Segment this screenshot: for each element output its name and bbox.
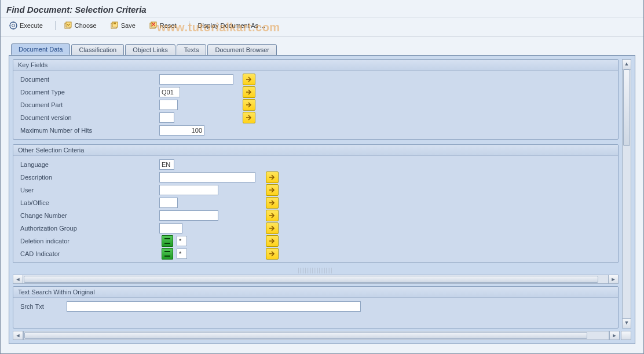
multi-select-button[interactable]	[266, 197, 279, 209]
deletion-input[interactable]	[177, 236, 187, 246]
multi-select-button[interactable]	[243, 74, 255, 85]
group-other-criteria: Other Selection Criteria Language Descri…	[13, 144, 619, 263]
max-hits-input[interactable]	[159, 125, 204, 136]
reset-label: Reset	[160, 22, 177, 29]
scroll-track[interactable]	[23, 331, 609, 340]
label-doc-part: Document Part	[13, 101, 159, 108]
content-area: Document Data Classification Object Link…	[9, 43, 635, 344]
display-as-label: Display Document As ...	[198, 22, 266, 29]
scroll-thumb[interactable]	[24, 332, 587, 339]
row-lab: Lab/Office	[13, 196, 618, 209]
lab-input[interactable]	[159, 198, 178, 208]
multi-select-button[interactable]	[266, 184, 279, 196]
multi-select-button[interactable]	[243, 86, 255, 98]
label-description: Description	[13, 174, 159, 181]
inner-hscrollbar[interactable]: ◄ ►	[13, 275, 619, 284]
outer-hscrollbar[interactable]: ◄ ►	[13, 331, 631, 340]
multi-select-button[interactable]	[266, 222, 279, 234]
resize-grip[interactable]	[298, 268, 333, 273]
execute-icon	[9, 21, 17, 30]
arrow-right-icon	[246, 76, 253, 82]
toolbar-separator	[189, 21, 189, 30]
group-body: Language Description	[13, 156, 618, 262]
multi-select-button[interactable]	[266, 235, 279, 247]
label-deletion: Deletion indicator	[13, 238, 159, 244]
doc-version-input[interactable]	[159, 112, 174, 123]
multi-select-button[interactable]	[243, 99, 255, 111]
group-header-text-search: Text Search Within Original	[13, 287, 618, 298]
svg-rect-6	[114, 23, 116, 24]
scroll-right-button[interactable]: ►	[608, 275, 619, 284]
multi-select-button[interactable]	[266, 171, 279, 183]
doc-type-input[interactable]	[159, 87, 180, 97]
label-doc-version: Document version	[13, 114, 159, 121]
toolbar-separator	[55, 21, 56, 30]
scroll-corner	[621, 331, 631, 340]
arrow-right-icon	[246, 115, 253, 121]
description-input[interactable]	[159, 172, 255, 183]
group-header-other: Other Selection Criteria	[13, 145, 618, 156]
srch-txt-input[interactable]	[67, 301, 361, 312]
document-input[interactable]	[159, 74, 233, 85]
execute-label: Execute	[20, 22, 43, 29]
scroll-up-button[interactable]: ▲	[623, 60, 631, 70]
label-change: Change Number	[13, 212, 159, 219]
multi-select-button[interactable]	[243, 112, 255, 123]
tab-document-browser[interactable]: Document Browser	[207, 44, 277, 55]
scroll-thumb[interactable]	[24, 276, 598, 283]
auth-input[interactable]	[159, 223, 182, 233]
tab-document-data[interactable]: Document Data	[11, 43, 70, 55]
group-text-search: Text Search Within Original Srch Txt	[13, 286, 619, 329]
language-input[interactable]	[159, 159, 174, 170]
label-max-hits: Maximum Number of Hits	[13, 127, 159, 134]
reset-icon	[149, 21, 158, 30]
tab-texts[interactable]: Texts	[177, 44, 207, 55]
app-frame: Find Document: Selection Criteria www.tu…	[0, 0, 644, 354]
scroll-left-button[interactable]: ◄	[13, 331, 23, 340]
label-auth: Authorization Group	[13, 225, 159, 232]
arrow-right-icon	[269, 213, 276, 218]
tab-strip: Document Data Classification Object Link…	[11, 43, 635, 54]
selection-option-button[interactable]	[162, 235, 173, 247]
row-doc-part: Document Part	[13, 98, 618, 111]
scroll-left-button[interactable]: ◄	[13, 275, 23, 284]
choose-button[interactable]: Choose	[59, 20, 102, 31]
execute-button[interactable]: Execute	[4, 20, 48, 31]
reset-button[interactable]: Reset	[144, 20, 182, 31]
doc-part-input[interactable]	[159, 100, 178, 110]
row-doc-version: Document version	[13, 111, 618, 124]
scroll-thumb[interactable]	[623, 70, 630, 146]
arrow-right-icon	[246, 89, 253, 95]
display-as-button[interactable]: Display Document As ...	[193, 20, 271, 31]
group-body: Document Document Type	[13, 71, 618, 139]
row-auth: Authorization Group	[13, 222, 618, 235]
tab-classification[interactable]: Classification	[71, 44, 124, 55]
scroll-down-button[interactable]: ▼	[623, 318, 631, 328]
cad-input[interactable]	[177, 249, 187, 259]
arrow-right-icon	[269, 187, 276, 193]
label-lab: Lab/Office	[13, 199, 159, 206]
outer-vscrollbar[interactable]: ▲ ▼	[622, 59, 631, 329]
scroll-track[interactable]	[23, 275, 608, 284]
tab-body: Key Fields Document Docume	[9, 55, 635, 344]
svg-point-1	[12, 24, 15, 27]
label-user: User	[13, 187, 159, 194]
tab-object-links[interactable]: Object Links	[125, 44, 175, 55]
toolbar: Execute Choose Save Reset Display Docume…	[1, 17, 643, 37]
save-button[interactable]: Save	[105, 20, 141, 31]
equals-icon	[164, 238, 170, 244]
row-change: Change Number	[13, 209, 618, 222]
scroll-right-button[interactable]: ►	[609, 331, 620, 340]
change-input[interactable]	[159, 210, 218, 221]
row-srch-txt: Srch Txt	[13, 300, 618, 313]
row-cad: CAD Indicator	[13, 247, 618, 260]
scroll-panel: Key Fields Document Docume	[13, 59, 619, 329]
multi-select-button[interactable]	[266, 210, 279, 221]
multi-select-button[interactable]	[266, 248, 279, 260]
arrow-right-icon	[269, 238, 276, 244]
row-description: Description	[13, 171, 618, 184]
selection-option-button[interactable]	[162, 248, 173, 260]
row-max-hits: Maximum Number of Hits	[13, 124, 618, 137]
user-input[interactable]	[159, 185, 218, 195]
label-language: Language	[13, 161, 159, 168]
